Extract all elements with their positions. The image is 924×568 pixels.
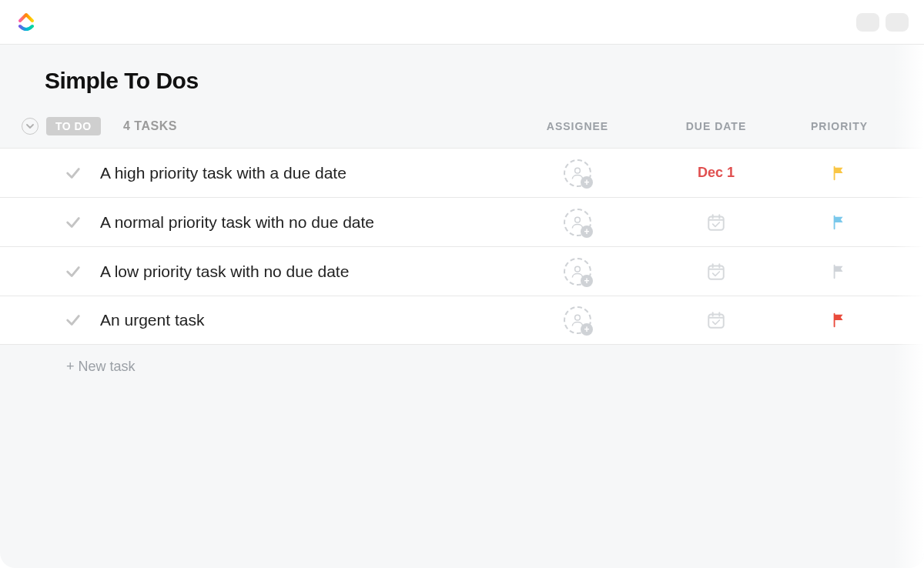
priority-cell[interactable]	[785, 312, 893, 329]
status-chip[interactable]: TO DO	[46, 117, 101, 135]
assignee-cell[interactable]: +	[508, 306, 647, 334]
assign-user-icon: +	[564, 209, 591, 236]
complete-toggle[interactable]	[46, 214, 100, 231]
due-date-cell[interactable]	[647, 212, 785, 232]
task-rows: A high priority task with a due date+Dec…	[0, 148, 924, 345]
assign-user-icon: +	[564, 159, 591, 187]
chevron-down-icon	[25, 122, 35, 131]
svg-rect-2	[708, 216, 724, 229]
calendar-icon	[706, 310, 726, 330]
svg-point-0	[575, 168, 581, 173]
svg-rect-7	[708, 266, 724, 279]
list-header: TO DO 4 TASKS ASSIGNEE DUE DATE PRIORITY	[0, 112, 924, 140]
column-header-assignee: ASSIGNEE	[508, 120, 647, 132]
complete-toggle[interactable]	[46, 165, 100, 182]
plus-icon: +	[581, 275, 593, 287]
task-row[interactable]: An urgent task+	[0, 296, 924, 345]
task-name[interactable]: A normal priority task with no due date	[100, 213, 508, 232]
assignee-cell[interactable]: +	[508, 159, 647, 187]
flag-icon	[831, 165, 848, 182]
complete-toggle[interactable]	[46, 263, 100, 280]
task-count: 4 TASKS	[123, 119, 508, 133]
assignee-cell[interactable]: +	[508, 258, 647, 286]
new-task-button[interactable]: + New task	[0, 345, 924, 375]
due-date-label: Dec 1	[698, 165, 735, 181]
svg-point-11	[575, 315, 581, 320]
plus-icon: +	[581, 176, 593, 189]
content: Simple To Dos TO DO 4 TASKS ASSIGNEE DUE…	[0, 45, 924, 568]
collapse-toggle[interactable]	[22, 118, 38, 135]
task-name[interactable]: An urgent task	[100, 311, 508, 329]
topbar-right	[856, 13, 909, 32]
priority-cell[interactable]	[785, 263, 893, 280]
flag-icon	[831, 214, 848, 231]
due-date-cell[interactable]	[647, 262, 785, 282]
calendar-icon	[706, 212, 726, 232]
app-frame: Simple To Dos TO DO 4 TASKS ASSIGNEE DUE…	[0, 0, 924, 568]
priority-cell[interactable]	[785, 165, 893, 182]
check-icon	[65, 263, 82, 280]
column-header-priority: PRIORITY	[785, 120, 893, 132]
due-date-cell[interactable]	[647, 310, 785, 330]
clickup-logo-icon	[15, 12, 37, 33]
priority-cell[interactable]	[785, 214, 893, 231]
topbar-button-placeholder[interactable]	[886, 13, 909, 32]
assign-user-icon: +	[564, 258, 591, 286]
topbar-button-placeholder[interactable]	[856, 13, 879, 32]
svg-point-1	[575, 217, 581, 222]
task-name[interactable]: A high priority task with a due date	[100, 164, 508, 182]
calendar-icon	[706, 262, 726, 282]
check-icon	[65, 312, 82, 329]
complete-toggle[interactable]	[46, 312, 100, 329]
flag-icon	[831, 312, 848, 329]
task-row[interactable]: A high priority task with a due date+Dec…	[0, 148, 924, 197]
topbar	[0, 0, 924, 45]
assign-user-icon: +	[564, 306, 591, 334]
flag-icon	[831, 263, 848, 280]
plus-icon: +	[581, 323, 593, 336]
task-row[interactable]: A normal priority task with no due date+	[0, 197, 924, 246]
list-title: Simple To Dos	[0, 68, 924, 94]
task-row[interactable]: A low priority task with no due date+	[0, 246, 924, 296]
svg-rect-12	[708, 314, 724, 327]
column-header-due-date: DUE DATE	[647, 120, 785, 132]
assignee-cell[interactable]: +	[508, 209, 647, 236]
task-name[interactable]: A low priority task with no due date	[100, 262, 508, 281]
check-icon	[65, 214, 82, 231]
due-date-cell[interactable]: Dec 1	[647, 165, 785, 181]
svg-point-6	[575, 266, 581, 272]
app-logo[interactable]	[15, 12, 37, 33]
check-icon	[65, 165, 82, 182]
plus-icon: +	[581, 226, 593, 238]
